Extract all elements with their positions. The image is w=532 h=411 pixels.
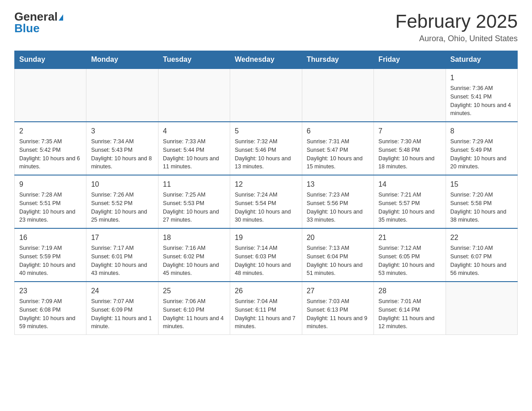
- day-number: 4: [163, 126, 225, 137]
- day-info-text: Sunrise: 7:03 AM: [307, 297, 369, 306]
- day-info-text: Sunrise: 7:21 AM: [378, 191, 441, 199]
- day-info-text: Sunrise: 7:34 AM: [91, 137, 153, 146]
- calendar-day-19: 19Sunrise: 7:14 AMSunset: 6:03 PMDayligh…: [230, 228, 302, 282]
- day-info-text: Daylight: 10 hours and 35 minutes.: [378, 208, 441, 225]
- day-number: 24: [91, 286, 153, 296]
- weekday-header-wednesday: Wednesday: [230, 51, 302, 69]
- calendar-empty-cell: [302, 68, 373, 122]
- calendar-day-11: 11Sunrise: 7:25 AMSunset: 5:53 PMDayligh…: [158, 175, 230, 228]
- day-info-text: Daylight: 10 hours and 59 minutes.: [19, 314, 82, 331]
- day-info-text: Daylight: 10 hours and 6 minutes.: [19, 154, 82, 171]
- day-info-text: Daylight: 11 hours and 12 minutes.: [378, 314, 441, 331]
- day-number: 19: [235, 232, 297, 243]
- day-info-text: Daylight: 10 hours and 8 minutes.: [91, 154, 153, 171]
- day-info-text: Daylight: 10 hours and 51 minutes.: [307, 261, 369, 278]
- day-info-text: Sunset: 6:01 PM: [91, 253, 153, 261]
- day-info-text: Sunset: 5:49 PM: [450, 146, 513, 154]
- weekday-header-thursday: Thursday: [302, 51, 373, 69]
- day-info-text: Sunset: 6:04 PM: [307, 253, 369, 261]
- day-info-text: Sunrise: 7:07 AM: [91, 297, 153, 306]
- calendar-day-22: 22Sunrise: 7:10 AMSunset: 6:07 PMDayligh…: [446, 228, 517, 282]
- day-info-text: Sunrise: 7:19 AM: [19, 244, 82, 253]
- day-info-text: Sunrise: 7:20 AM: [450, 191, 513, 199]
- day-info-text: Sunset: 5:51 PM: [19, 199, 82, 208]
- day-info-text: Daylight: 11 hours and 1 minute.: [91, 314, 153, 331]
- calendar-day-7: 7Sunrise: 7:30 AMSunset: 5:48 PMDaylight…: [374, 122, 446, 175]
- calendar-week-row: 16Sunrise: 7:19 AMSunset: 5:59 PMDayligh…: [15, 228, 518, 282]
- day-number: 25: [163, 286, 225, 296]
- day-info-text: Daylight: 10 hours and 18 minutes.: [378, 154, 441, 171]
- calendar-day-28: 28Sunrise: 7:01 AMSunset: 6:14 PMDayligh…: [374, 282, 446, 335]
- calendar-day-25: 25Sunrise: 7:06 AMSunset: 6:10 PMDayligh…: [158, 282, 230, 335]
- calendar-day-8: 8Sunrise: 7:29 AMSunset: 5:49 PMDaylight…: [446, 122, 517, 175]
- calendar-empty-cell: [374, 68, 446, 122]
- logo-general-text: General: [14, 11, 63, 22]
- day-info-text: Sunset: 5:57 PM: [378, 199, 441, 208]
- day-info-text: Sunrise: 7:09 AM: [19, 297, 82, 306]
- day-info-text: Daylight: 10 hours and 11 minutes.: [163, 154, 225, 171]
- day-info-text: Sunrise: 7:24 AM: [235, 191, 297, 199]
- day-info-text: Sunrise: 7:10 AM: [450, 244, 513, 253]
- logo-triangle-icon: [59, 14, 63, 21]
- calendar-week-row: 1Sunrise: 7:36 AMSunset: 5:41 PMDaylight…: [15, 68, 518, 122]
- day-info-text: Daylight: 10 hours and 13 minutes.: [235, 154, 297, 171]
- calendar-day-23: 23Sunrise: 7:09 AMSunset: 6:08 PMDayligh…: [15, 282, 86, 335]
- day-number: 27: [307, 286, 369, 296]
- calendar-header-row: SundayMondayTuesdayWednesdayThursdayFrid…: [15, 51, 518, 69]
- day-info-text: Sunrise: 7:33 AM: [163, 137, 225, 146]
- weekday-header-monday: Monday: [86, 51, 158, 69]
- calendar-day-12: 12Sunrise: 7:24 AMSunset: 5:54 PMDayligh…: [230, 175, 302, 228]
- day-info-text: Sunset: 6:09 PM: [91, 306, 153, 314]
- title-section: February 2025 Aurora, Ohio, United State…: [395, 11, 518, 43]
- calendar-day-21: 21Sunrise: 7:12 AMSunset: 6:05 PMDayligh…: [374, 228, 446, 282]
- day-info-text: Daylight: 11 hours and 9 minutes.: [307, 314, 369, 331]
- day-info-text: Sunset: 5:46 PM: [235, 146, 297, 154]
- logo: General Blue: [14, 11, 63, 34]
- weekday-header-friday: Friday: [374, 51, 446, 69]
- day-number: 3: [91, 126, 153, 137]
- month-title: February 2025: [395, 11, 518, 32]
- day-info-text: Sunset: 5:54 PM: [235, 199, 297, 208]
- day-number: 23: [19, 286, 82, 296]
- day-number: 10: [91, 179, 153, 190]
- day-info-text: Daylight: 10 hours and 56 minutes.: [450, 261, 513, 278]
- day-info-text: Sunrise: 7:23 AM: [307, 191, 369, 199]
- logo-blue-text: Blue: [14, 22, 63, 34]
- calendar-day-16: 16Sunrise: 7:19 AMSunset: 5:59 PMDayligh…: [15, 228, 86, 282]
- day-info-text: Sunrise: 7:14 AM: [235, 244, 297, 253]
- calendar-day-15: 15Sunrise: 7:20 AMSunset: 5:58 PMDayligh…: [446, 175, 517, 228]
- calendar-week-row: 23Sunrise: 7:09 AMSunset: 6:08 PMDayligh…: [15, 282, 518, 335]
- day-info-text: Sunset: 6:10 PM: [163, 306, 225, 314]
- calendar-week-row: 2Sunrise: 7:35 AMSunset: 5:42 PMDaylight…: [15, 122, 518, 175]
- calendar-day-20: 20Sunrise: 7:13 AMSunset: 6:04 PMDayligh…: [302, 228, 373, 282]
- day-info-text: Sunset: 6:07 PM: [450, 253, 513, 261]
- calendar-empty-cell: [158, 68, 230, 122]
- day-info-text: Daylight: 10 hours and 45 minutes.: [163, 261, 225, 278]
- day-info-text: Sunset: 6:03 PM: [235, 253, 297, 261]
- day-info-text: Sunset: 5:44 PM: [163, 146, 225, 154]
- day-info-text: Daylight: 10 hours and 27 minutes.: [163, 208, 225, 225]
- calendar-empty-cell: [15, 68, 86, 122]
- calendar-day-6: 6Sunrise: 7:31 AMSunset: 5:47 PMDaylight…: [302, 122, 373, 175]
- location-text: Aurora, Ohio, United States: [395, 34, 518, 43]
- day-info-text: Sunrise: 7:13 AM: [307, 244, 369, 253]
- day-number: 26: [235, 286, 297, 296]
- day-number: 2: [19, 126, 82, 137]
- page-header: General Blue February 2025 Aurora, Ohio,…: [14, 11, 518, 43]
- day-number: 6: [307, 126, 369, 137]
- day-info-text: Daylight: 10 hours and 53 minutes.: [378, 261, 441, 278]
- day-info-text: Sunset: 6:08 PM: [19, 306, 82, 314]
- calendar-day-18: 18Sunrise: 7:16 AMSunset: 6:02 PMDayligh…: [158, 228, 230, 282]
- day-number: 12: [235, 179, 297, 190]
- day-number: 20: [307, 232, 369, 243]
- day-info-text: Sunrise: 7:01 AM: [378, 297, 441, 306]
- day-info-text: Sunrise: 7:26 AM: [91, 191, 153, 199]
- day-number: 21: [378, 232, 441, 243]
- day-number: 16: [19, 232, 82, 243]
- day-info-text: Sunset: 5:43 PM: [91, 146, 153, 154]
- calendar-day-4: 4Sunrise: 7:33 AMSunset: 5:44 PMDaylight…: [158, 122, 230, 175]
- calendar-day-2: 2Sunrise: 7:35 AMSunset: 5:42 PMDaylight…: [15, 122, 86, 175]
- day-info-text: Sunset: 5:59 PM: [19, 253, 82, 261]
- day-number: 7: [378, 126, 441, 137]
- day-number: 13: [307, 179, 369, 190]
